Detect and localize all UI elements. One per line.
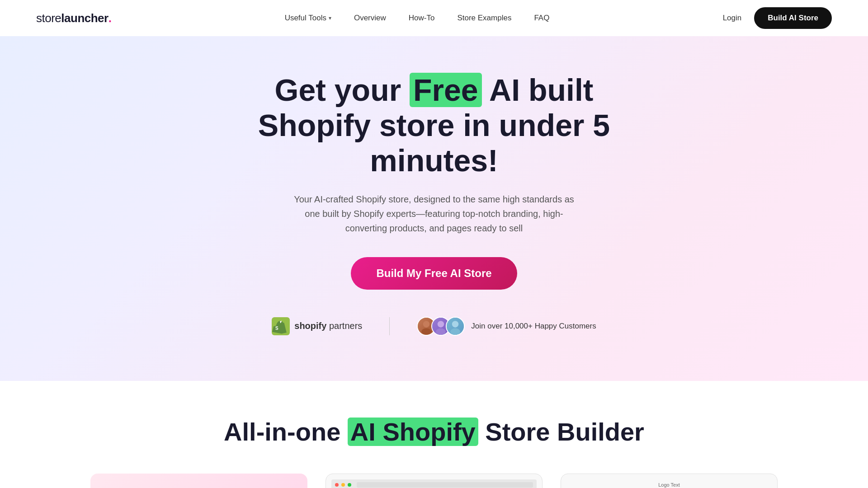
browser-dot-green (348, 483, 351, 487)
store-card-3: Logo Text Craftology. Font Style Inter ▾ (561, 474, 778, 488)
section-two: All-in-one AI Shopify Store Builder (0, 381, 868, 488)
store-card-1 (90, 474, 307, 488)
browser-dot-yellow (341, 483, 345, 487)
store-card-2: to smooth your curves and enhance your s… (326, 474, 542, 488)
svg-point-3 (421, 328, 431, 334)
logo-launcher-text: launcher (61, 11, 108, 25)
logo-text-label: Logo Text (569, 482, 769, 488)
hero-subtitle: Your AI-crafted Shopify store, designed … (294, 192, 574, 235)
build-free-store-button[interactable]: Build My Free AI Store (351, 257, 517, 290)
avatar (446, 317, 465, 336)
section-two-title: All-in-one AI Shopify Store Builder (18, 417, 850, 446)
hero-title-pre: Get your (275, 73, 410, 107)
url-bar (357, 482, 533, 488)
logo-store-text: store (36, 11, 61, 25)
shopify-partners-text: shopify partners (294, 321, 362, 331)
hero-title: Get your Free AI built Shopify store in … (231, 72, 637, 178)
form-mockup: Logo Text Craftology. Font Style Inter ▾ (561, 474, 777, 488)
svg-point-7 (450, 328, 460, 334)
logo-dot: . (108, 11, 112, 25)
logo: storelauncher. (36, 11, 111, 25)
section-two-title-post: Store Builder (478, 418, 644, 446)
browser-mockup: to smooth your curves and enhance your s… (326, 474, 542, 488)
nav-right: Login Build AI Store (723, 7, 832, 29)
build-ai-store-button[interactable]: Build AI Store (754, 7, 832, 29)
shopify-partners: S shopify partners (272, 317, 362, 335)
nav-store-examples[interactable]: Store Examples (457, 14, 511, 23)
svg-text:S: S (275, 326, 278, 331)
hero-title-highlight: Free (410, 73, 482, 107)
creature-illustration (131, 485, 267, 488)
avatars (417, 317, 465, 336)
chevron-down-icon: ▾ (329, 15, 331, 21)
browser-dot-red (335, 483, 339, 487)
svg-point-6 (452, 321, 458, 327)
nav-links: Useful Tools ▾ Overview How-To Store Exa… (285, 14, 550, 23)
happy-customers: Join over 10,000+ Happy Customers (417, 317, 596, 336)
svg-point-2 (423, 321, 429, 327)
section-two-title-highlight: AI Shopify (348, 418, 478, 446)
shopify-icon: S (272, 317, 290, 335)
nav-useful-tools[interactable]: Useful Tools ▾ (285, 14, 331, 23)
section-two-title-pre: All-in-one (224, 418, 348, 446)
hero-section: Get your Free AI built Shopify store in … (0, 36, 868, 381)
navbar: storelauncher. Useful Tools ▾ Overview H… (0, 0, 868, 36)
social-proof: S shopify partners (272, 317, 596, 336)
partners-text: partners (326, 321, 362, 331)
svg-point-4 (438, 321, 444, 327)
login-link[interactable]: Login (723, 14, 742, 23)
nav-how-to[interactable]: How-To (409, 14, 435, 23)
happy-customers-text: Join over 10,000+ Happy Customers (471, 322, 596, 331)
nav-overview[interactable]: Overview (354, 14, 386, 23)
divider (389, 317, 390, 335)
svg-point-5 (436, 328, 446, 334)
nav-faq[interactable]: FAQ (534, 14, 549, 23)
logo-text-row: Logo Text Craftology. (569, 482, 769, 488)
browser-bar (331, 479, 537, 488)
store-cards: to smooth your curves and enhance your s… (18, 474, 850, 488)
